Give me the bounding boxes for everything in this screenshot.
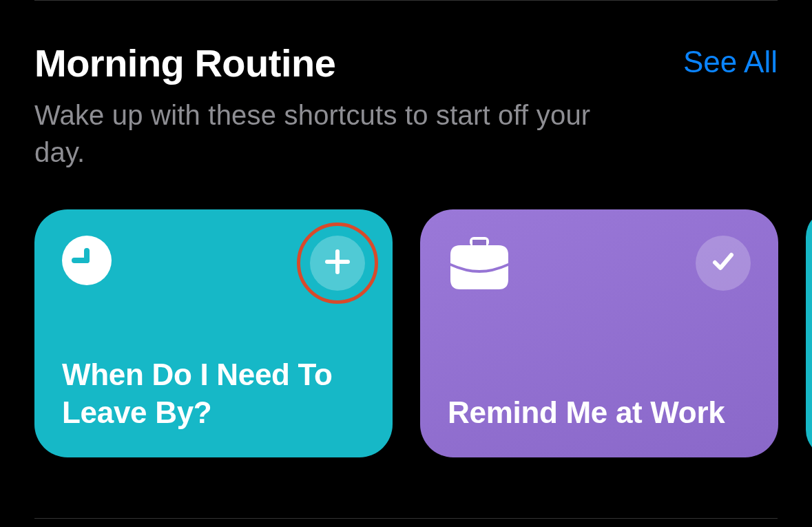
checkmark-icon [709, 248, 737, 278]
plus-icon [324, 248, 351, 278]
section-title: Morning Routine [34, 41, 683, 85]
clock-icon [62, 236, 112, 285]
shortcut-card-leave-by[interactable]: When Do I Need To Leave By? [34, 209, 393, 457]
card-title: Remind Me at Work [448, 393, 751, 431]
bottom-divider [34, 518, 778, 519]
section-subtitle: Wake up with these shortcuts to start of… [34, 96, 599, 171]
see-all-link[interactable]: See All [683, 45, 778, 79]
svg-rect-4 [325, 260, 350, 264]
svg-rect-2 [72, 258, 90, 263]
add-shortcut-button[interactable] [310, 236, 365, 291]
card-title: When Do I Need To Leave By? [62, 355, 365, 431]
section-header: Morning Routine Wake up with these short… [0, 1, 812, 171]
briefcase-icon [448, 236, 511, 291]
added-indicator[interactable] [696, 236, 751, 291]
shortcut-card-remind-work[interactable]: Remind Me at Work [420, 209, 778, 457]
shortcut-card-peek[interactable] [806, 209, 812, 457]
cards-row: When Do I Need To Leave By? [0, 171, 812, 457]
